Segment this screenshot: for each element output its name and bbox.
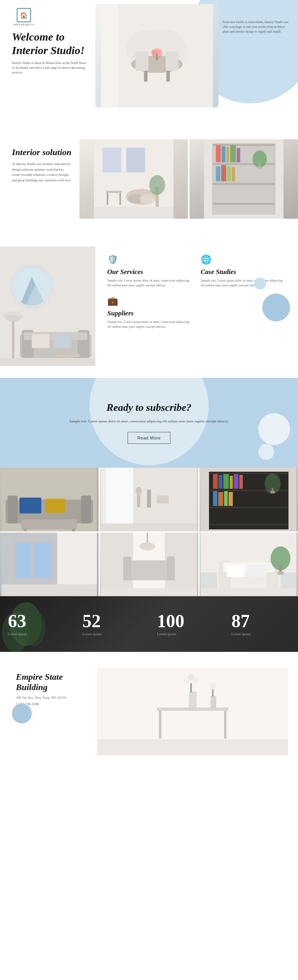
svg-rect-123 bbox=[227, 565, 245, 577]
svg-rect-99 bbox=[270, 491, 275, 493]
svg-rect-104 bbox=[51, 541, 53, 580]
stat-number-3: 100 bbox=[157, 612, 184, 630]
stat-number-2: 52 bbox=[83, 612, 101, 630]
subscribe-desc: Sample text. Lorem ipsum dolor sit amet,… bbox=[16, 418, 282, 424]
svg-rect-68 bbox=[19, 498, 41, 513]
svg-point-77 bbox=[135, 487, 142, 495]
svg-rect-35 bbox=[230, 145, 236, 162]
contact-photo-svg bbox=[87, 668, 298, 755]
stats-section: 63 Lorem ipsum 52 Lorem ipsum 100 Lorem … bbox=[0, 596, 298, 652]
gallery-item-6 bbox=[199, 533, 298, 596]
svg-rect-79 bbox=[157, 496, 169, 504]
svg-rect-28 bbox=[213, 144, 275, 146]
svg-rect-51 bbox=[12, 318, 14, 358]
gallery-item-2 bbox=[100, 468, 198, 531]
svg-rect-72 bbox=[72, 529, 75, 531]
gallery-section bbox=[0, 468, 298, 596]
svg-rect-149 bbox=[97, 739, 288, 755]
stat-label-3: Lorem ipsum bbox=[157, 632, 176, 636]
logo: 🏠 HOUSEDECO bbox=[12, 8, 36, 26]
our-services-title: Our Services bbox=[107, 268, 193, 276]
svg-rect-75 bbox=[101, 468, 106, 531]
svg-rect-95 bbox=[224, 491, 228, 506]
interior-solution-image-2 bbox=[190, 139, 298, 219]
bedroom-svg bbox=[79, 139, 188, 219]
svg-rect-80 bbox=[101, 523, 197, 531]
stat-number-4: 87 bbox=[232, 612, 250, 630]
svg-rect-38 bbox=[221, 165, 226, 181]
svg-rect-92 bbox=[239, 475, 243, 489]
stat-label-4: Lorem ipsum bbox=[232, 632, 251, 636]
stat-item-1: 63 Lorem ipsum bbox=[0, 596, 75, 652]
subscribe-title: Ready to subscribe? bbox=[16, 402, 282, 414]
gallery-svg-2 bbox=[100, 468, 198, 531]
svg-rect-18 bbox=[107, 193, 108, 205]
svg-point-145 bbox=[188, 674, 194, 681]
svg-rect-33 bbox=[222, 146, 226, 162]
stat-label-2: Lorem ipsum bbox=[83, 632, 102, 636]
svg-rect-114 bbox=[123, 556, 131, 580]
briefcase-icon: 💼 bbox=[107, 296, 193, 306]
svg-rect-88 bbox=[219, 475, 223, 489]
blue-circle-large bbox=[262, 294, 290, 321]
svg-rect-67 bbox=[81, 496, 91, 523]
read-more-button[interactable]: Read More bbox=[128, 432, 171, 444]
svg-rect-16 bbox=[127, 148, 145, 172]
svg-rect-17 bbox=[106, 191, 122, 193]
stat-item-4: 87 Lorem ipsum bbox=[224, 596, 298, 652]
svg-rect-66 bbox=[8, 496, 17, 523]
gallery-item-3 bbox=[199, 468, 298, 531]
svg-rect-137 bbox=[189, 692, 197, 708]
hero-photo-sim bbox=[95, 4, 219, 107]
svg-rect-115 bbox=[167, 556, 175, 580]
svg-rect-89 bbox=[223, 474, 229, 489]
hero-section: 🏠 HOUSEDECO Welcome toInterior Studio! I… bbox=[0, 0, 298, 111]
svg-rect-83 bbox=[210, 472, 288, 474]
stat-item-2: 52 Lorem ipsum bbox=[75, 596, 149, 652]
svg-rect-90 bbox=[230, 476, 233, 489]
shield-icon: 🛡️ bbox=[107, 255, 193, 265]
stat-number-1: 63 bbox=[8, 612, 26, 630]
services-grid: 🛡️ Our Services Sample text. Lorem ipsum… bbox=[107, 255, 286, 329]
hero-photo-svg bbox=[95, 4, 219, 107]
svg-point-112 bbox=[139, 542, 155, 550]
svg-point-53 bbox=[6, 315, 20, 321]
svg-rect-36 bbox=[237, 148, 240, 162]
our-services-desc: Sample text. Lorem ipsum dolor sit amet,… bbox=[107, 278, 193, 288]
svg-rect-63 bbox=[0, 358, 95, 366]
svg-rect-124 bbox=[249, 565, 267, 577]
shelf-svg bbox=[190, 139, 298, 219]
sub-circle-small bbox=[258, 444, 274, 460]
svg-rect-127 bbox=[277, 572, 284, 575]
services-photo-svg bbox=[0, 247, 95, 366]
logo-name: HOUSEDECO bbox=[14, 23, 34, 26]
hero-left-desc: Interior Studio is based in Wairau Park … bbox=[12, 61, 87, 75]
gallery-item-4 bbox=[0, 533, 99, 596]
contact-image-area bbox=[87, 668, 298, 757]
services-image bbox=[0, 247, 95, 366]
hero-right-desc: From new builds to renovations, Interior… bbox=[223, 20, 290, 34]
interior-solution-desc: At Interior Studio our architect and int… bbox=[12, 161, 72, 183]
svg-rect-78 bbox=[147, 490, 151, 508]
hero-image bbox=[95, 0, 219, 111]
hero-title: Welcome toInterior Studio! bbox=[12, 30, 87, 57]
contact-section: Empire State Building 350 5th Ave, New Y… bbox=[0, 652, 298, 773]
svg-rect-5 bbox=[135, 51, 148, 71]
services-section: 🛡️ Our Services Sample text. Lorem ipsum… bbox=[0, 235, 298, 378]
svg-rect-31 bbox=[213, 203, 275, 205]
svg-rect-87 bbox=[213, 474, 218, 489]
svg-rect-146 bbox=[211, 696, 216, 708]
svg-rect-6 bbox=[166, 51, 179, 71]
svg-rect-71 bbox=[23, 529, 27, 531]
blue-circle-small bbox=[254, 278, 266, 290]
gallery-svg-3 bbox=[199, 468, 298, 531]
svg-rect-126 bbox=[279, 564, 282, 572]
interior-solution-image-1 bbox=[79, 139, 188, 219]
stat-label-1: Lorem ipsum bbox=[8, 632, 27, 636]
svg-rect-59 bbox=[54, 334, 72, 348]
services-content: 🛡️ Our Services Sample text. Lorem ipsum… bbox=[95, 247, 298, 366]
svg-rect-113 bbox=[125, 560, 173, 580]
svg-rect-91 bbox=[234, 474, 238, 489]
svg-rect-96 bbox=[228, 492, 233, 506]
svg-rect-39 bbox=[227, 166, 231, 181]
